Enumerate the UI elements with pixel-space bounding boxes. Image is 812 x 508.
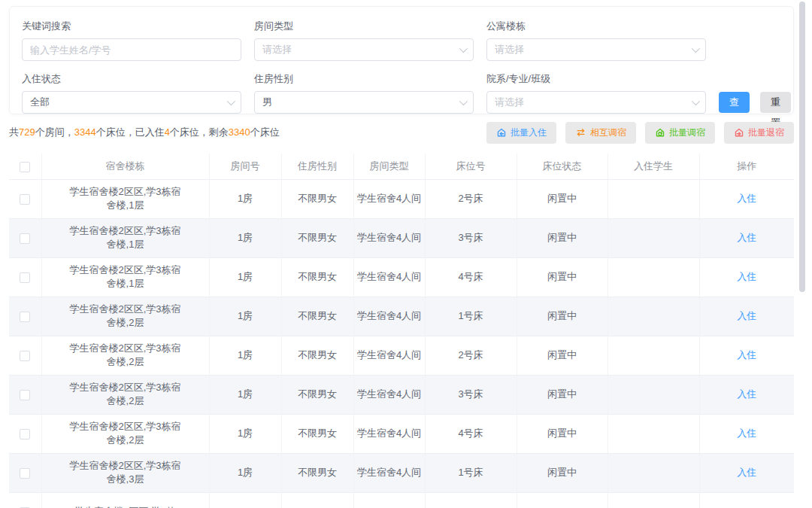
checkin-link[interactable]: 入住: [737, 467, 756, 478]
action-cell: 入住: [699, 375, 794, 414]
room-type-cell: 学生宿舍4人间: [353, 336, 425, 375]
table-row: 学生宿舍楼2区区,学3栋宿舍楼,2层 1房 不限男女 学生宿舍4人间 1号床 闲…: [9, 297, 794, 336]
room-type-cell: 学生宿舍4人间: [353, 414, 425, 453]
gender-label: 住房性别: [254, 72, 474, 86]
summary-label: 个房间，: [35, 126, 74, 138]
building-cell: 学生宿舍楼2区区,学3栋宿舍楼,2层: [41, 297, 209, 336]
keyword-search-field: 关键词搜索: [22, 20, 241, 61]
table-row: 学生宿舍楼2区区,学3栋宿舍楼,2层 1房 不限男女 学生宿舍4人间 2号床 闲…: [9, 336, 794, 375]
bed-cell: 1号床: [425, 297, 517, 336]
gender-cell: 不限男女: [281, 375, 353, 414]
bed-status-cell: 闲置中: [517, 257, 607, 297]
room-type-label: 房间类型: [254, 20, 474, 33]
row-checkbox[interactable]: [20, 194, 30, 205]
chevron-down-icon: [692, 44, 700, 53]
gender-cell: [281, 492, 353, 508]
building-cell: 学生宿舍楼2区区,学3栋宿舍楼,2层: [41, 336, 209, 375]
select-all-checkbox[interactable]: [20, 162, 30, 172]
bed-cell: 3号床: [425, 375, 517, 414]
row-checkbox[interactable]: [20, 351, 30, 361]
summary-number: 3340: [229, 126, 250, 138]
room-cell: 1房: [209, 375, 281, 414]
checkin-link[interactable]: 入住: [737, 427, 756, 439]
room-type-select[interactable]: 请选择: [254, 38, 474, 61]
gender-cell: 不限男女: [281, 257, 353, 297]
room-type-cell: [353, 492, 425, 508]
row-checkbox[interactable]: [20, 429, 30, 440]
checkin-link[interactable]: 入住: [737, 349, 756, 360]
bed-cell: 3号床: [425, 218, 517, 257]
summary-number: 4: [165, 126, 170, 138]
bed-cell: 2号床: [425, 336, 517, 375]
room-type-cell: 学生宿舍4人间: [353, 297, 425, 336]
swap-arrows-icon: [575, 127, 586, 138]
department-select[interactable]: 请选择: [486, 91, 706, 114]
table-row: 学生宿舍楼2区区,学3栋宿舍楼,1层 1房 不限男女 学生宿舍4人间 3号床 闲…: [9, 218, 794, 257]
checkin-link[interactable]: 入住: [737, 232, 756, 243]
gender-cell: 不限男女: [281, 453, 353, 492]
table-row: 学生宿舍楼2区区,学3栋宿舍楼,3层 1房 不限男女 学生宿舍4人间 1号床 闲…: [9, 453, 794, 492]
row-checkbox[interactable]: [20, 233, 30, 244]
room-type-cell: 学生宿舍4人间: [353, 218, 425, 257]
summary-number: 729: [19, 126, 35, 138]
bed-status-cell: 闲置中: [517, 375, 607, 414]
building-placeholder: 请选择: [495, 43, 524, 56]
col-gender: 住房性别: [281, 154, 353, 179]
keyword-search-input[interactable]: [22, 38, 241, 61]
row-checkbox[interactable]: [20, 272, 30, 283]
batch-transfer-button[interactable]: 批量调宿: [645, 122, 715, 144]
checkin-link[interactable]: 入住: [737, 310, 756, 321]
building-select[interactable]: 请选择: [486, 38, 706, 61]
reset-button[interactable]: 重置: [760, 92, 791, 113]
room-type-cell: 学生宿舍4人间: [353, 453, 425, 492]
bed-status-cell: 闲置中: [517, 179, 607, 218]
row-checkbox[interactable]: [20, 312, 30, 322]
action-cell: 入住: [699, 257, 794, 297]
mutual-swap-button[interactable]: 相互调宿: [565, 122, 636, 144]
action-cell: [699, 492, 794, 508]
student-cell: [607, 297, 699, 336]
table-row: 学生宿舍楼2区区,学3栋: [9, 492, 794, 508]
search-button[interactable]: 查询: [719, 92, 750, 113]
row-checkbox[interactable]: [20, 468, 30, 479]
batch-checkout-label: 批量退宿: [748, 126, 784, 139]
summary-label: 个床位: [250, 126, 280, 138]
gender-cell: 不限男女: [281, 414, 353, 453]
building-cell: 学生宿舍楼2区区,学3栋宿舍楼,2层: [41, 414, 209, 453]
gender-select[interactable]: 男: [254, 91, 474, 114]
gender-cell: 不限男女: [281, 218, 353, 257]
summary-number: 3344: [74, 126, 96, 138]
bed-cell: 4号床: [425, 414, 517, 453]
action-cell: 入住: [699, 414, 794, 453]
department-field: 院系/专业/班级 请选择: [486, 72, 706, 114]
room-cell: 1房: [209, 297, 281, 336]
checkin-link[interactable]: 入住: [737, 388, 756, 400]
action-cell: 入住: [699, 179, 794, 218]
col-student: 入住学生: [607, 154, 699, 179]
batch-checkout-button[interactable]: 批量退宿: [724, 122, 794, 144]
gender-value: 男: [262, 96, 272, 109]
occupancy-status-select[interactable]: 全部: [22, 91, 241, 114]
row-checkbox[interactable]: [20, 390, 30, 400]
table-header-row: 宿舍楼栋 房间号 住房性别 房间类型 床位号 床位状态 入住学生 操作: [9, 154, 794, 179]
action-cell: 入住: [699, 336, 794, 375]
bed-status-cell: 闲置中: [517, 336, 607, 375]
chevron-down-icon: [692, 97, 700, 105]
department-label: 院系/专业/班级: [486, 72, 706, 86]
summary-label: 个床位，已入住: [96, 126, 165, 138]
bed-cell: 2号床: [425, 179, 517, 218]
checkin-link[interactable]: 入住: [737, 271, 756, 282]
room-cell: [209, 492, 281, 508]
summary-text: 共729个房间，3344个床位，已入住4个床位，剩余3340个床位: [9, 126, 280, 139]
col-actions: 操作: [699, 154, 794, 179]
table-row: 学生宿舍楼2区区,学3栋宿舍楼,1层 1房 不限男女 学生宿舍4人间 4号床 闲…: [9, 257, 794, 297]
checkin-link[interactable]: 入住: [737, 193, 756, 204]
batch-checkin-label: 批量入住: [511, 126, 547, 139]
bed-status-cell: 闲置中: [517, 218, 607, 257]
student-cell: [607, 336, 699, 375]
room-type-cell: 学生宿舍4人间: [353, 179, 425, 218]
col-room-type: 房间类型: [353, 154, 425, 179]
vertical-scrollbar[interactable]: [799, 2, 805, 292]
table-row: 学生宿舍楼2区区,学3栋宿舍楼,2层 1房 不限男女 学生宿舍4人间 3号床 闲…: [9, 375, 794, 414]
batch-checkin-button[interactable]: 批量入住: [486, 122, 556, 144]
